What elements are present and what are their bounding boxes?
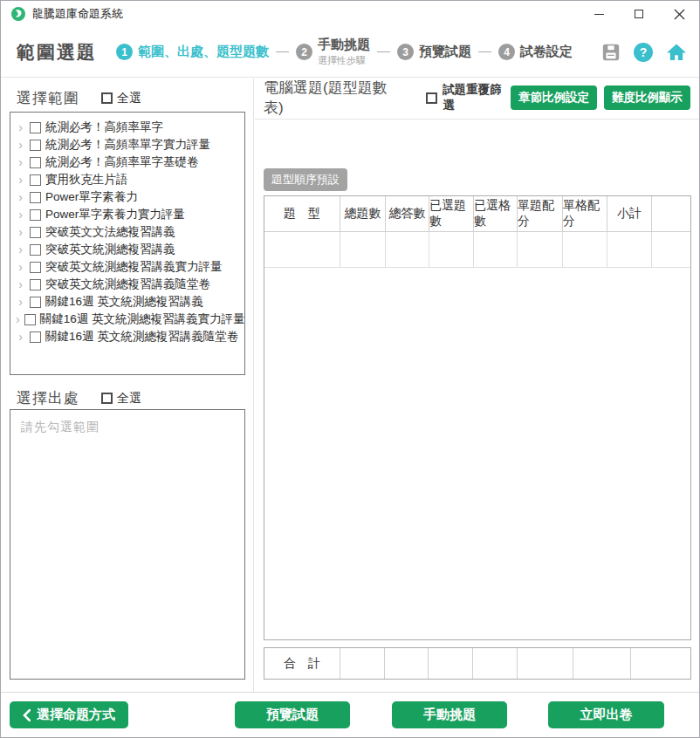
step-4-badge: 4 [498,44,515,60]
table-cell [386,232,429,267]
source-list: 請先勾選範圍 [10,409,245,680]
range-list-item[interactable]: Power單字素養力 [16,188,241,206]
range-list-item[interactable]: 關鍵16週 英文統測總複習講義隨堂卷 [16,328,241,345]
total-cell [473,648,518,679]
source-section-header: 選擇出處 全選 [17,388,141,408]
expand-chevron-icon[interactable] [16,156,25,168]
range-item-label: 統測必考！高頻率單字 [45,120,163,135]
total-cell [573,648,631,679]
expand-chevron-icon[interactable] [16,278,25,290]
page-title: 範圍選題 [17,40,97,65]
expand-chevron-icon[interactable] [16,208,25,221]
save-icon [601,43,621,62]
range-select-all-checkbox[interactable] [101,92,113,104]
expand-chevron-icon[interactable] [16,121,25,133]
range-item-checkbox[interactable] [30,262,41,273]
expand-chevron-icon[interactable] [16,191,25,203]
close-button[interactable] [659,1,699,27]
type-order-preset-tag[interactable]: 題型順序預設 [264,168,347,191]
table-header-cell [652,196,690,231]
choose-method-label: 選擇命題方式 [37,707,115,723]
step-3-preview[interactable]: 3 預覽試題 [397,44,471,60]
range-list-item[interactable]: 關鍵16週 英文統測總複習講義實力評量 [16,311,241,328]
source-select-all-checkbox[interactable] [101,393,113,404]
step-separator [276,51,289,52]
range-list-item[interactable]: 統測必考！高頻率單字基礎卷 [16,154,241,171]
maximize-button[interactable] [619,1,659,27]
range-item-checkbox[interactable] [30,192,41,203]
range-item-checkbox[interactable] [30,331,41,343]
manual-pick-button[interactable]: 手動挑題 [392,701,507,728]
range-item-checkbox[interactable] [30,122,41,133]
step-4-label: 試卷設定 [520,44,573,60]
range-item-label: 突破英文統測總複習講義實力評量 [45,259,223,275]
expand-chevron-icon[interactable] [16,331,25,343]
range-item-checkbox[interactable] [30,174,41,186]
choose-method-back-button[interactable]: 選擇命題方式 [10,701,128,728]
table-cell [264,232,340,267]
range-list-item[interactable]: 實用狄克生片語 [16,171,241,188]
step-1-range[interactable]: 1 範圍、出處、題型題數 [116,44,269,60]
save-button[interactable] [601,43,621,62]
expand-chevron-icon[interactable] [16,261,25,273]
range-item-checkbox[interactable] [30,209,41,221]
table-header-cell: 單題配分 [518,196,563,231]
expand-chevron-icon[interactable] [16,139,25,151]
range-item-checkbox[interactable] [30,297,41,308]
range-item-label: 統測必考！高頻率單字實力評量 [45,137,210,153]
range-item-checkbox[interactable] [30,157,41,168]
back-chevron-icon [23,709,31,721]
left-panel: 選擇範圍 全選 統測必考！高頻率單字 [1,79,254,693]
help-icon: ? [640,45,648,59]
range-list-item[interactable]: 突破英文統測總複習講義隨堂卷 [16,276,241,293]
table-cell [563,232,607,267]
total-cell [340,648,385,679]
range-item-checkbox[interactable] [30,279,41,290]
table-cell [607,232,652,267]
range-list-item[interactable]: 統測必考！高頻率單字 [16,119,241,136]
range-item-checkbox[interactable] [24,314,36,325]
range-list-item[interactable]: 突破英文文法總複習講義 [16,223,241,241]
range-list-item[interactable]: 統測必考！高頻率單字實力評量 [16,136,241,154]
table-header-cell: 小計 [607,196,652,231]
expand-chevron-icon[interactable] [16,174,25,186]
range-list-item[interactable]: Power單字素養力實力評量 [16,206,241,223]
computer-selection-header: 電腦選題(題型題數表) 試題重覆篩選 章節比例設定 難度比例顯示 [264,85,690,110]
source-select-all[interactable]: 全選 [101,391,141,407]
range-list-item[interactable]: 突破英文統測總複習講義實力評量 [16,258,241,276]
help-button[interactable]: ? [634,43,653,62]
source-placeholder-text: 請先勾選範圍 [21,420,100,434]
table-header-cell: 總答數 [386,196,429,231]
generate-paper-button[interactable]: 立即出卷 [548,701,664,728]
range-item-checkbox[interactable] [30,244,41,256]
range-list-item[interactable]: 突破英文統測總複習講義 [16,241,241,258]
range-item-checkbox[interactable] [30,227,41,238]
table-header-cell: 已選題數 [429,196,474,231]
range-item-label: 突破英文統測總複習講義隨堂卷 [45,277,210,292]
expand-chevron-icon[interactable] [16,243,25,256]
step-2-manual-pick[interactable]: 2 手動挑題 選擇性步驟 [296,37,370,67]
chapter-ratio-button[interactable]: 章節比例設定 [511,85,597,110]
expand-chevron-icon[interactable] [16,313,20,325]
preview-questions-button[interactable]: 預覽試題 [235,701,350,728]
duplicate-filter[interactable]: 試題重覆篩選 [426,82,511,113]
step-2-sublabel: 選擇性步驟 [318,54,366,67]
range-item-checkbox[interactable] [30,140,41,151]
app-window: 龍騰題庫命題系統 範圍選題 1 範圍、出處、題型題數 2 手動挑題 [0,0,700,738]
expand-chevron-icon[interactable] [16,226,25,238]
range-item-label: Power單字素養力 [45,189,138,205]
minimize-icon [594,14,604,15]
right-panel: 電腦選題(題型題數表) 試題重覆篩選 章節比例設定 難度比例顯示 題型順序預設 … [255,79,699,693]
range-select-all[interactable]: 全選 [101,91,141,106]
home-button[interactable] [666,42,687,63]
step-4-paper-settings[interactable]: 4 試卷設定 [498,44,573,60]
question-type-table: 題 型 總題數 總答數 已選題數 已選格數 單題配分 單格配分 小計 [264,195,691,640]
step-3-badge: 3 [397,44,414,60]
range-select-all-label: 全選 [117,91,141,106]
divider [255,119,699,120]
expand-chevron-icon[interactable] [16,296,25,308]
difficulty-ratio-button[interactable]: 難度比例顯示 [604,85,690,110]
range-list-item[interactable]: 關鍵16週 英文統測總複習講義 [16,293,241,311]
minimize-button[interactable] [579,1,619,27]
duplicate-filter-checkbox[interactable] [426,92,437,104]
